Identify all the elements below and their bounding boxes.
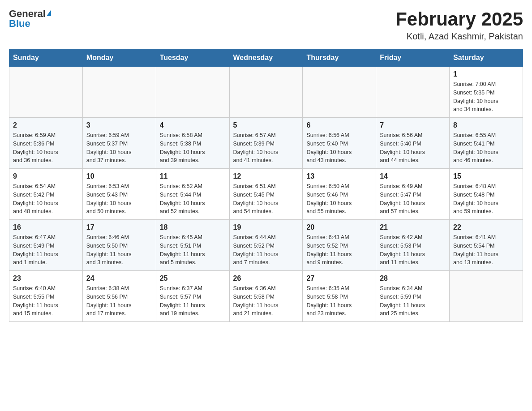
- calendar-day-cell: [303, 67, 376, 118]
- calendar-day-cell: 9Sunrise: 6:54 AMSunset: 5:42 PMDaylight…: [9, 169, 83, 220]
- calendar-day-cell: 24Sunrise: 6:38 AMSunset: 5:56 PMDayligh…: [82, 271, 156, 322]
- day-info: Sunrise: 6:55 AMSunset: 5:41 PMDaylight:…: [453, 131, 519, 165]
- calendar-day-cell: 5Sunrise: 6:57 AMSunset: 5:39 PMDaylight…: [229, 118, 303, 169]
- day-number: 1: [453, 70, 519, 78]
- day-number: 19: [233, 223, 299, 231]
- day-number: 27: [306, 274, 372, 283]
- day-info: Sunrise: 6:40 AMSunset: 5:55 PMDaylight:…: [13, 284, 79, 318]
- calendar-day-cell: 18Sunrise: 6:45 AMSunset: 5:51 PMDayligh…: [156, 220, 229, 271]
- calendar-day-cell: [229, 67, 303, 118]
- calendar-week-row: 9Sunrise: 6:54 AMSunset: 5:42 PMDaylight…: [9, 169, 523, 220]
- calendar-day-cell: [376, 67, 450, 118]
- location-title: Kotli, Azad Kashmir, Pakistan: [395, 31, 523, 42]
- title-block: February 2025 Kotli, Azad Kashmir, Pakis…: [395, 9, 523, 42]
- calendar-day-cell: 26Sunrise: 6:36 AMSunset: 5:58 PMDayligh…: [229, 271, 303, 322]
- calendar-day-cell: 28Sunrise: 6:34 AMSunset: 5:59 PMDayligh…: [376, 271, 450, 322]
- day-number: 6: [306, 121, 372, 129]
- weekday-header-row: SundayMondayTuesdayWednesdayThursdayFrid…: [9, 49, 523, 67]
- calendar-day-cell: 17Sunrise: 6:46 AMSunset: 5:50 PMDayligh…: [82, 220, 156, 271]
- day-info: Sunrise: 6:35 AMSunset: 5:58 PMDaylight:…: [306, 284, 372, 318]
- day-number: 24: [86, 274, 152, 283]
- weekday-header-thursday: Thursday: [303, 49, 376, 67]
- day-info: Sunrise: 6:45 AMSunset: 5:51 PMDaylight:…: [160, 233, 226, 267]
- day-info: Sunrise: 6:46 AMSunset: 5:50 PMDaylight:…: [86, 233, 152, 267]
- day-info: Sunrise: 6:58 AMSunset: 5:38 PMDaylight:…: [160, 131, 226, 165]
- calendar-day-cell: [82, 67, 156, 118]
- day-info: Sunrise: 6:51 AMSunset: 5:45 PMDaylight:…: [233, 182, 299, 216]
- day-number: 18: [160, 223, 226, 231]
- calendar-day-cell: 6Sunrise: 6:56 AMSunset: 5:40 PMDaylight…: [303, 118, 376, 169]
- day-info: Sunrise: 6:59 AMSunset: 5:37 PMDaylight:…: [86, 131, 152, 165]
- calendar-day-cell: 1Sunrise: 7:00 AMSunset: 5:35 PMDaylight…: [450, 67, 523, 118]
- day-number: 26: [233, 274, 299, 283]
- calendar-day-cell: 4Sunrise: 6:58 AMSunset: 5:38 PMDaylight…: [156, 118, 229, 169]
- calendar-day-cell: [9, 67, 83, 118]
- calendar-week-row: 23Sunrise: 6:40 AMSunset: 5:55 PMDayligh…: [9, 271, 523, 322]
- day-number: 7: [380, 121, 446, 129]
- day-number: 21: [380, 223, 446, 231]
- day-number: 9: [13, 172, 79, 180]
- day-number: 15: [453, 172, 519, 180]
- day-number: 3: [86, 121, 152, 129]
- day-number: 12: [233, 172, 299, 180]
- day-number: 14: [380, 172, 446, 180]
- day-number: 25: [160, 274, 226, 283]
- day-number: 5: [233, 121, 299, 129]
- weekday-header-wednesday: Wednesday: [229, 49, 303, 67]
- calendar-day-cell: 11Sunrise: 6:52 AMSunset: 5:44 PMDayligh…: [156, 169, 229, 220]
- weekday-header-saturday: Saturday: [450, 49, 523, 67]
- logo-blue-text: Blue: [9, 19, 30, 29]
- month-title: February 2025: [395, 9, 523, 30]
- weekday-header-friday: Friday: [376, 49, 450, 67]
- day-number: 2: [13, 121, 79, 129]
- day-info: Sunrise: 6:53 AMSunset: 5:43 PMDaylight:…: [86, 182, 152, 216]
- calendar-day-cell: 12Sunrise: 6:51 AMSunset: 5:45 PMDayligh…: [229, 169, 303, 220]
- calendar-day-cell: [156, 67, 229, 118]
- page-header: General Blue February 2025 Kotli, Azad K…: [9, 9, 523, 42]
- logo: General Blue: [9, 9, 51, 29]
- calendar-day-cell: 7Sunrise: 6:56 AMSunset: 5:40 PMDaylight…: [376, 118, 450, 169]
- day-info: Sunrise: 6:49 AMSunset: 5:47 PMDaylight:…: [380, 182, 446, 216]
- day-info: Sunrise: 6:37 AMSunset: 5:57 PMDaylight:…: [160, 284, 226, 318]
- calendar-day-cell: 19Sunrise: 6:44 AMSunset: 5:52 PMDayligh…: [229, 220, 303, 271]
- day-number: 11: [160, 172, 226, 180]
- logo-general-text: General: [9, 9, 46, 19]
- day-info: Sunrise: 6:56 AMSunset: 5:40 PMDaylight:…: [380, 131, 446, 165]
- calendar-week-row: 16Sunrise: 6:47 AMSunset: 5:49 PMDayligh…: [9, 220, 523, 271]
- weekday-header-sunday: Sunday: [9, 49, 83, 67]
- day-info: Sunrise: 6:38 AMSunset: 5:56 PMDaylight:…: [86, 284, 152, 318]
- day-info: Sunrise: 6:52 AMSunset: 5:44 PMDaylight:…: [160, 182, 226, 216]
- calendar-day-cell: 10Sunrise: 6:53 AMSunset: 5:43 PMDayligh…: [82, 169, 156, 220]
- calendar-day-cell: 25Sunrise: 6:37 AMSunset: 5:57 PMDayligh…: [156, 271, 229, 322]
- day-number: 28: [380, 274, 446, 283]
- day-number: 23: [13, 274, 79, 283]
- calendar-day-cell: 3Sunrise: 6:59 AMSunset: 5:37 PMDaylight…: [82, 118, 156, 169]
- weekday-header-monday: Monday: [82, 49, 156, 67]
- day-info: Sunrise: 6:56 AMSunset: 5:40 PMDaylight:…: [306, 131, 372, 165]
- day-info: Sunrise: 6:41 AMSunset: 5:54 PMDaylight:…: [453, 233, 519, 267]
- day-number: 10: [86, 172, 152, 180]
- calendar-week-row: 1Sunrise: 7:00 AMSunset: 5:35 PMDaylight…: [9, 67, 523, 118]
- logo-triangle-icon: [47, 10, 51, 16]
- calendar-day-cell: 27Sunrise: 6:35 AMSunset: 5:58 PMDayligh…: [303, 271, 376, 322]
- day-info: Sunrise: 6:48 AMSunset: 5:48 PMDaylight:…: [453, 182, 519, 216]
- calendar-week-row: 2Sunrise: 6:59 AMSunset: 5:36 PMDaylight…: [9, 118, 523, 169]
- day-number: 16: [13, 223, 79, 231]
- weekday-header-tuesday: Tuesday: [156, 49, 229, 67]
- day-info: Sunrise: 6:42 AMSunset: 5:53 PMDaylight:…: [380, 233, 446, 267]
- day-number: 22: [453, 223, 519, 231]
- day-info: Sunrise: 6:47 AMSunset: 5:49 PMDaylight:…: [13, 233, 79, 267]
- calendar-day-cell: 14Sunrise: 6:49 AMSunset: 5:47 PMDayligh…: [376, 169, 450, 220]
- calendar-day-cell: 2Sunrise: 6:59 AMSunset: 5:36 PMDaylight…: [9, 118, 83, 169]
- day-info: Sunrise: 6:43 AMSunset: 5:52 PMDaylight:…: [306, 233, 372, 267]
- day-info: Sunrise: 6:34 AMSunset: 5:59 PMDaylight:…: [380, 284, 446, 318]
- day-info: Sunrise: 6:54 AMSunset: 5:42 PMDaylight:…: [13, 182, 79, 216]
- day-info: Sunrise: 6:50 AMSunset: 5:46 PMDaylight:…: [306, 182, 372, 216]
- calendar-day-cell: 15Sunrise: 6:48 AMSunset: 5:48 PMDayligh…: [450, 169, 523, 220]
- day-info: Sunrise: 6:59 AMSunset: 5:36 PMDaylight:…: [13, 131, 79, 165]
- calendar-day-cell: [450, 271, 523, 322]
- day-info: Sunrise: 6:57 AMSunset: 5:39 PMDaylight:…: [233, 131, 299, 165]
- calendar-day-cell: 23Sunrise: 6:40 AMSunset: 5:55 PMDayligh…: [9, 271, 83, 322]
- calendar-day-cell: 20Sunrise: 6:43 AMSunset: 5:52 PMDayligh…: [303, 220, 376, 271]
- calendar-day-cell: 13Sunrise: 6:50 AMSunset: 5:46 PMDayligh…: [303, 169, 376, 220]
